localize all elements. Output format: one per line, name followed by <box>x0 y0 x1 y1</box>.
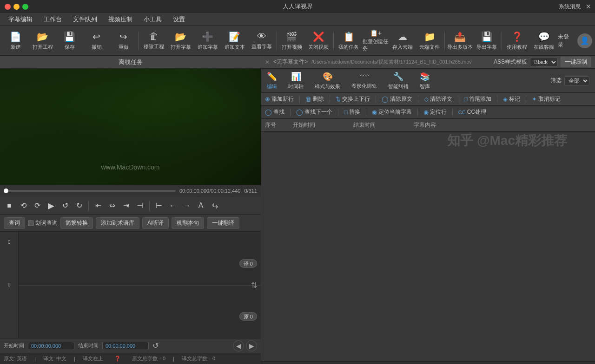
save-label: 保存 <box>65 44 75 51</box>
ass-select[interactable]: Black <box>530 58 558 67</box>
avatar: 👤 <box>577 33 592 48</box>
one-click-compress-button[interactable]: 一键压制 <box>561 57 591 67</box>
login-area[interactable]: 未登录 👤 <box>558 33 592 49</box>
menu-settings[interactable]: 设置 <box>168 14 190 25</box>
close-icon[interactable]: ✕ <box>586 3 591 10</box>
set-in-button[interactable]: ⊣ <box>134 200 145 211</box>
maximize-window-button[interactable] <box>22 4 28 10</box>
end-time-input[interactable] <box>102 342 149 350</box>
delete-button[interactable]: 🗑 删除 <box>305 95 324 103</box>
swap-icon[interactable]: ⇅ <box>251 280 257 289</box>
watermark: www.MacDown.com <box>101 163 159 171</box>
menu-file-queue[interactable]: 文件队列 <box>68 14 102 25</box>
edit-tool[interactable]: ✏️ 编辑 <box>267 72 277 90</box>
knowledge-icon: 📚 <box>420 72 430 82</box>
batch-create-button[interactable]: 📋+ 批量创建任务 <box>363 27 389 54</box>
tutorial-button[interactable]: ❓ 使用教程 <box>504 27 530 54</box>
ai-listen-button[interactable]: AI听译 <box>142 217 169 229</box>
head-tail-button[interactable]: □ 首尾添加 <box>464 95 491 103</box>
swap-rows-button[interactable]: ⇅ 交换上下行 <box>336 95 370 103</box>
trad-simp-button[interactable]: 简繁转换 <box>60 217 93 229</box>
window-title: 人人译视界 <box>283 2 313 11</box>
one-click-translate-button[interactable]: 一键翻译 <box>207 217 239 229</box>
locate-row-icon: ◉ <box>423 109 429 116</box>
append-subtitle-label: 追加字幕 <box>198 44 218 51</box>
view-subtitle-button[interactable]: 👁 查看字幕 <box>249 27 275 54</box>
my-tasks-button[interactable]: 📋 我的任务 <box>336 27 362 54</box>
next-sub-button[interactable]: → <box>181 200 192 211</box>
close-file-icon[interactable]: ✕ <box>265 59 270 65</box>
prev-frame-button[interactable]: ⟲ <box>18 200 29 211</box>
save-button[interactable]: 💾 保存 <box>57 27 83 54</box>
open-project-button[interactable]: 📂 打开工程 <box>30 27 56 54</box>
smart-correct-tool[interactable]: 🔧 智能纠错 <box>388 72 409 90</box>
file-tab[interactable]: <无字幕文件> <box>273 58 308 66</box>
align-right-button[interactable]: ⇥ <box>120 200 132 211</box>
export-multi-icon: 📤 <box>454 31 466 42</box>
cc-button[interactable]: CC CC处理 <box>458 108 486 116</box>
next-frame-button[interactable]: ⟳ <box>32 200 43 211</box>
play-button[interactable]: ▶ <box>46 200 57 211</box>
status-bar: 原文: 英语 | 译文: 中文 | 译文在上 ❓ 原文总字数：0 | 译文总字数… <box>0 353 261 364</box>
mark-button[interactable]: ◈ 标记 <box>503 95 520 103</box>
add-term-button[interactable]: 添加到术语库 <box>96 217 139 229</box>
menu-tools[interactable]: 小工具 <box>139 14 166 25</box>
next-arrow[interactable]: ▶ <box>246 340 257 351</box>
fast-forward-button[interactable]: ↻ <box>73 200 85 211</box>
style-effect-tool[interactable]: 🎨 样式与效果 <box>315 72 340 90</box>
my-tasks-label: 我的任务 <box>338 44 359 51</box>
cloud-files-button[interactable]: 📁 云端文件 <box>416 27 443 54</box>
align-left-button[interactable]: ⇤ <box>93 200 104 211</box>
filter-select[interactable]: 全部 <box>564 76 589 85</box>
add-row-button[interactable]: ⊕ 添加新行 <box>265 95 294 103</box>
rewind-button[interactable]: ↺ <box>60 200 71 211</box>
upload-cloud-label: 存入云端 <box>392 44 413 51</box>
redo-label: 重做 <box>119 44 129 51</box>
open-subtitle-button[interactable]: 📂 打开字幕 <box>168 27 194 54</box>
export-multi-button[interactable]: 📤 导出多版本 <box>447 27 473 54</box>
prev-arrow[interactable]: ◀ <box>233 340 244 351</box>
graphic-adjust-tool[interactable]: 〰 图形化调轨 <box>351 72 377 90</box>
knowledge-base-tool[interactable]: 📚 智库 <box>420 72 430 90</box>
undo-button[interactable]: ↩ 撤销 <box>84 27 110 54</box>
lookup-word-button[interactable]: 查词 <box>4 217 25 229</box>
redo-button[interactable]: ↪ 重做 <box>111 27 137 54</box>
menu-video-compress[interactable]: 视频压制 <box>104 14 137 25</box>
new-button[interactable]: 📄 新建 <box>3 27 29 54</box>
timeline-tool[interactable]: 📊 时间轴 <box>288 72 304 90</box>
clear-orig-button[interactable]: ◯ 清除原文 <box>382 95 412 103</box>
minimize-window-button[interactable] <box>13 4 20 10</box>
replace-button[interactable]: □ 替换 <box>344 108 360 116</box>
selection-lookup-checkbox[interactable]: 划词查询 <box>28 219 58 227</box>
unmark-button[interactable]: ✦ 取消标记 <box>532 95 561 103</box>
font-size-button[interactable]: A <box>195 200 206 211</box>
remove-project-button[interactable]: 🗑 移除工程 <box>141 27 167 54</box>
stop-button[interactable]: ■ <box>4 200 15 211</box>
append-text-button[interactable]: 📝 追加文本 <box>222 27 248 54</box>
upload-cloud-button[interactable]: ☁ 存入云端 <box>390 27 416 54</box>
prev-sub-button[interactable]: ← <box>167 200 178 211</box>
start-time-input[interactable] <box>28 342 74 350</box>
refresh-icon[interactable]: ↺ <box>152 341 159 350</box>
set-out-button[interactable]: ⊢ <box>153 200 165 211</box>
align-center-button[interactable]: ⇔ <box>106 200 118 211</box>
locate-current-button[interactable]: ◉ 定位当前字幕 <box>372 108 412 116</box>
subtitle-toggle-button[interactable]: ⇆ <box>209 200 220 211</box>
export-subtitle-button[interactable]: 💾 导出字幕 <box>474 27 500 54</box>
find-button[interactable]: ◯ 查找 <box>265 108 284 116</box>
find-next-button[interactable]: ◯ 查找下一个 <box>296 108 332 116</box>
export-multi-label: 导出多版本 <box>447 44 473 51</box>
right-scrollbar[interactable] <box>261 361 595 364</box>
online-support-button[interactable]: 💬 在线客服 <box>531 27 557 54</box>
clear-trans-button[interactable]: ◇ 清除译文 <box>424 95 452 103</box>
edit-label: 编辑 <box>267 83 277 90</box>
close-video-button[interactable]: ❌ 关闭视频 <box>305 27 331 54</box>
locate-row-button[interactable]: ◉ 定位行 <box>423 108 447 116</box>
append-subtitle-button[interactable]: ➕ 追加字幕 <box>195 27 221 54</box>
menu-workbench[interactable]: 工作台 <box>39 14 66 25</box>
close-window-button[interactable] <box>5 4 11 10</box>
open-video-button[interactable]: 🎬 打开视频 <box>279 27 305 54</box>
machine-translate-button[interactable]: 机翻本句 <box>172 217 204 229</box>
progress-bar[interactable] <box>4 190 176 192</box>
menu-subtitle-edit[interactable]: 字幕编辑 <box>4 14 37 25</box>
